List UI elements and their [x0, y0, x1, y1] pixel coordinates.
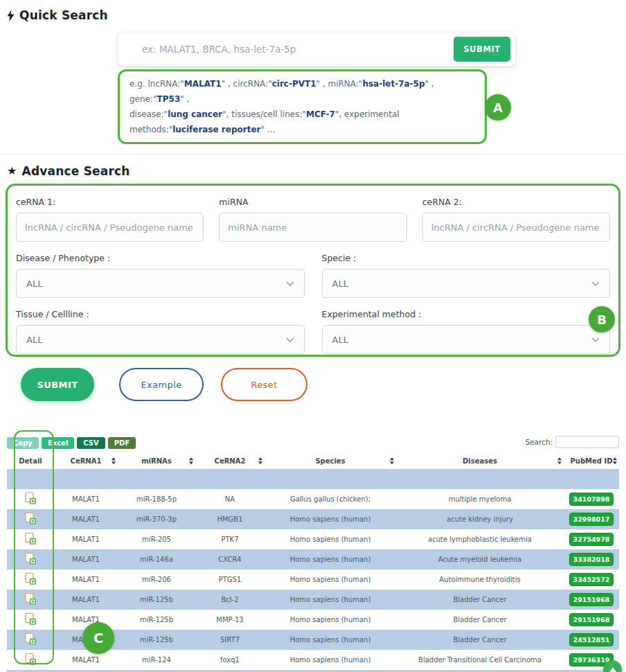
table-search-input[interactable]	[555, 436, 619, 448]
pubmed-id-badge[interactable]: 29151968	[569, 613, 614, 626]
cell-cerna2: CXCR4	[195, 549, 265, 569]
detail-icon[interactable]	[24, 592, 37, 605]
method-label: Experimental method :	[322, 309, 611, 319]
sort-icon	[613, 457, 617, 464]
column-header-diseases[interactable]: Diseases	[396, 452, 564, 469]
section-divider	[0, 154, 626, 154]
detail-icon[interactable]	[24, 552, 37, 565]
annotation-badge-b: B	[589, 306, 615, 333]
column-header-mirnas[interactable]: miRNAs	[118, 452, 195, 469]
detail-icon[interactable]	[24, 492, 37, 505]
pubmed-id-badge[interactable]: 33452572	[569, 573, 614, 586]
table-header-row: Detail CeRNA1 miRNAs CeRNA2 Species Dise…	[7, 452, 619, 469]
table-row: MALAT1miR-125bBcl-2Homo sapiens (human)B…	[7, 590, 619, 610]
cerna1-input[interactable]	[16, 213, 204, 242]
cerna2-input[interactable]	[422, 213, 610, 242]
sort-icon	[189, 457, 193, 464]
example-button[interactable]: Example	[119, 368, 204, 401]
cell-cerna1: MALAT1	[54, 489, 118, 509]
cell-detail	[7, 569, 54, 590]
table-row: MALAT1miR-206PTGS1Homo sapiens (human)Au…	[7, 569, 619, 590]
column-header-cerna2[interactable]: CeRNA2	[195, 452, 265, 469]
cell-mirnas: miR-125b	[118, 590, 195, 610]
quick-search-title: Quick Search	[7, 8, 626, 22]
experimental-method-select[interactable]: ALL	[322, 325, 611, 354]
quick-search-input[interactable]	[142, 44, 454, 55]
cerna1-label: ceRNA 1:	[16, 197, 204, 207]
pubmed-id-badge[interactable]: 34107898	[569, 493, 614, 506]
cell-mirnas: miR-124	[118, 650, 195, 670]
cell-mirnas: miR-205	[118, 529, 195, 549]
export-buttons-group: CopyExcelCSVPDF	[7, 435, 138, 449]
detail-icon[interactable]	[24, 512, 37, 525]
column-header-species[interactable]: Species	[265, 452, 396, 469]
detail-icon[interactable]	[24, 653, 37, 666]
table-toolbar: CopyExcelCSVPDF Search:	[7, 436, 619, 448]
detail-icon[interactable]	[24, 572, 37, 585]
mirna-label: miRNA	[219, 197, 406, 207]
cell-detail	[7, 529, 54, 549]
cell-pubmed: 34107898	[564, 489, 619, 509]
cell-species: Gallus gallus (chicken);	[265, 489, 396, 509]
quick-search-bar: SUBMIT	[118, 32, 516, 67]
star-icon: ★	[7, 166, 17, 177]
cell-cerna1: MALAT1	[54, 650, 118, 670]
cell-species: Homo sapiens (human)	[265, 569, 396, 590]
advance-submit-button[interactable]: SUBMIT	[21, 368, 94, 401]
export-pdf-button[interactable]: PDF	[108, 437, 136, 449]
cell-species: Homo sapiens (human)	[265, 630, 396, 650]
action-buttons-row: SUBMIT Example Reset	[21, 368, 626, 401]
cell-detail	[7, 610, 54, 630]
pubmed-id-badge[interactable]: 29151968	[569, 593, 614, 606]
column-header-detail[interactable]: Detail	[7, 452, 54, 469]
cell-cerna2: foxq1	[195, 650, 265, 670]
cell-diseases: acute kidney injury	[396, 509, 564, 529]
detail-icon[interactable]	[24, 532, 37, 545]
chevron-down-icon	[591, 278, 600, 289]
reset-button[interactable]: Reset	[221, 368, 307, 401]
export-copy-button[interactable]: Copy	[7, 437, 39, 449]
table-row: MALAT1miR-205PTK7Homo sapiens (human)acu…	[7, 529, 619, 549]
sort-icon	[111, 457, 116, 464]
export-csv-button[interactable]: CSV	[77, 437, 105, 449]
table-row: MALAT1miR-188-5pNAGallus gallus (chicken…	[7, 489, 619, 509]
cell-mirnas: miR-146a	[118, 549, 195, 569]
table-row: MALAT1miR-146aCXCR4Homo sapiens (human)A…	[7, 549, 619, 569]
sort-icon	[258, 457, 262, 464]
detail-icon[interactable]	[24, 633, 37, 646]
export-excel-button[interactable]: Excel	[42, 437, 74, 449]
detail-icon[interactable]	[24, 612, 37, 626]
cell-diseases: acute lymphoblastic leukemia	[396, 529, 564, 549]
cell-detail	[7, 509, 54, 529]
tissue-select[interactable]: ALL	[16, 325, 305, 354]
search-example-hint: e.g. lncRNA:"MALAT1" , circRNA:"circ-PVT…	[118, 69, 487, 144]
cell-mirnas: miR-125b	[118, 630, 195, 650]
pubmed-id-badge[interactable]: 32998017	[569, 513, 614, 526]
pubmed-id-badge[interactable]: 33382018	[569, 553, 614, 566]
advance-search-panel: ceRNA 1: miRNA ceRNA 2: Disease / Phenot…	[6, 184, 620, 357]
pubmed-id-badge[interactable]: 32754978	[569, 533, 614, 546]
cell-diseases: Bladder Cancer	[396, 590, 564, 610]
cell-mirnas: miR-125b	[118, 610, 195, 630]
pubmed-id-badge[interactable]: 24512851	[569, 633, 614, 646]
column-header-cerna1[interactable]: CeRNA1	[54, 452, 118, 469]
cell-species: Homo sapiens (human)	[265, 650, 396, 670]
specie-select[interactable]: ALL	[322, 269, 611, 298]
cell-cerna2: NA	[195, 489, 265, 509]
disease-select[interactable]: ALL	[16, 269, 305, 298]
mirna-input[interactable]	[219, 213, 406, 242]
header-spacer-band	[7, 469, 619, 489]
cell-cerna2: MMP-13	[195, 610, 265, 630]
cell-cerna2: SIRT7	[195, 630, 265, 650]
cell-mirnas: miR-188-5p	[118, 489, 195, 509]
column-header-pubmed-id[interactable]: PubMed ID	[564, 452, 619, 469]
cell-cerna1: MALAT1	[54, 590, 118, 610]
cell-detail	[7, 549, 54, 569]
lightning-icon	[7, 10, 15, 21]
cell-cerna2: HMGB1	[195, 509, 265, 529]
quick-submit-button[interactable]: SUBMIT	[454, 37, 510, 62]
cell-detail	[7, 630, 54, 650]
annotation-badge-a: A	[485, 94, 511, 121]
disease-label: Disease / Phenotype :	[16, 253, 305, 263]
annotation-badge-c: C	[82, 622, 114, 654]
